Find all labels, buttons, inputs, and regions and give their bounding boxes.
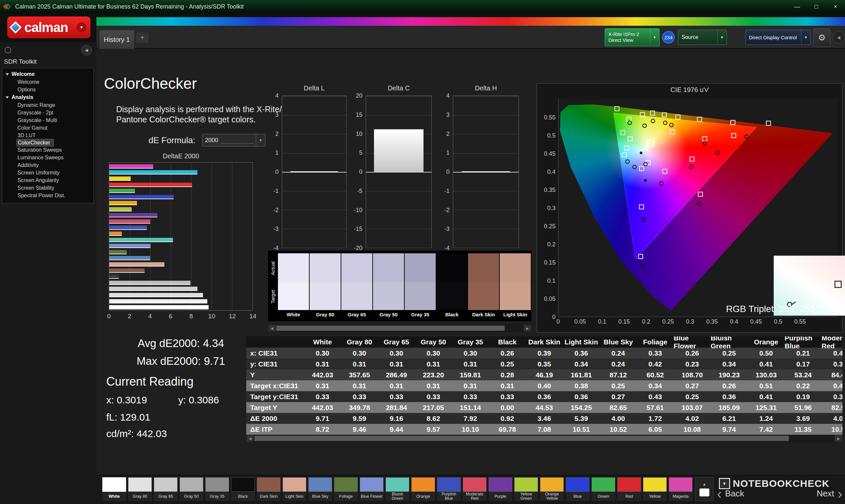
x-tick-label: 12 — [229, 313, 236, 320]
tab-history-1[interactable]: History 1 — [99, 30, 135, 49]
sidebar-item-additivity[interactable]: Additivity — [2, 161, 93, 169]
swatch-purple[interactable]: Purple — [489, 477, 512, 501]
patch-bar-expander[interactable]: ▲ — [695, 477, 714, 501]
swatch-yellow-green[interactable]: Yellow Green — [514, 477, 538, 501]
table-cell: 0.31 — [378, 380, 415, 391]
actual-swatch — [373, 253, 404, 282]
swatch-orange[interactable]: Orange — [411, 477, 435, 501]
sidebar-item-screen-stability[interactable]: Screen Stability — [2, 184, 93, 192]
scroll-left-button[interactable]: ◀ — [247, 435, 254, 442]
add-tab-button[interactable]: + — [136, 32, 148, 43]
swatch-blue-sky[interactable]: Blue Sky — [308, 477, 332, 501]
y-tick-label: -10 — [354, 206, 363, 213]
swatch-green[interactable]: Green — [592, 477, 615, 501]
swatch-white[interactable]: White — [102, 477, 126, 501]
de-formula-dropdown[interactable]: 2000 ▼ — [202, 134, 265, 146]
swatch-gray-50[interactable]: Gray 50 — [179, 477, 203, 501]
table-cell: 4.00 — [822, 413, 842, 424]
source-dropdown[interactable]: Source ▼ — [678, 30, 727, 45]
table-cell: 0.35 — [526, 359, 563, 370]
meter-dropdown[interactable]: X-Rite i1Pro 2 Direct View ▼ — [605, 29, 659, 46]
white-patch-button[interactable] — [700, 488, 709, 497]
table-row-target-x-cie31: Target x:CIE310.310.310.310.310.310.310.… — [246, 380, 842, 391]
swatch-moderate-red[interactable]: Moderate Red — [463, 477, 487, 501]
scroll-thumb[interactable] — [254, 436, 789, 441]
tree-group-welcome[interactable]: Welcome — [2, 70, 93, 78]
table-cell: 44.53 — [526, 402, 563, 413]
patch-strip-scrollbar[interactable]: ◀ ▶ — [268, 325, 531, 332]
sidebar-item-grayscale-multi[interactable]: Grayscale - Multi — [2, 116, 93, 124]
sidebar-item-screen-uniformity[interactable]: Screen Uniformity — [2, 169, 93, 177]
patch-gray-35[interactable]: Gray 35 — [405, 253, 436, 321]
sidebar-item-saturation-sweeps[interactable]: Saturation Sweeps — [2, 146, 93, 154]
scroll-thumb[interactable] — [276, 326, 505, 331]
swatch-dark-skin[interactable]: Dark Skin — [257, 477, 281, 501]
sidebar-item-welcome[interactable]: Welcome — [2, 78, 93, 86]
swatch-foliage[interactable]: Foliage — [334, 477, 358, 501]
panel-collapse-button[interactable]: ◀ — [832, 31, 845, 43]
sidebar-item-grayscale-2pt[interactable]: Grayscale - 2pt — [2, 109, 93, 116]
patch-gray-50[interactable]: Gray 50 — [373, 253, 404, 321]
calman-logo[interactable]: calman ▼ — [7, 17, 90, 38]
y-tick-label: -1 — [444, 187, 450, 194]
table-cell: 7.92 — [452, 413, 489, 424]
swatch-blue-flower[interactable]: Blue Flower — [360, 477, 384, 501]
sidebar-item-spectral-power-dist[interactable]: Spectral Power Dist. — [2, 192, 93, 199]
scroll-right-button[interactable]: ▶ — [524, 325, 531, 331]
patch-white[interactable]: White — [278, 253, 309, 321]
table-cell: 0.00 — [489, 402, 526, 413]
table-scrollbar[interactable]: ◀ ▶ — [246, 435, 842, 442]
scroll-track[interactable] — [276, 325, 524, 331]
swatch-yellow[interactable]: Yellow — [643, 477, 667, 501]
display-control-dropdown[interactable]: Direct Display Control ▼ — [745, 30, 811, 45]
table-row-x-cie31: x: CIE310.300.300.300.300.300.260.390.36… — [246, 348, 842, 359]
scroll-right-button[interactable]: ▶ — [835, 435, 842, 442]
settings-gear-button[interactable]: ⚙ — [813, 29, 830, 47]
swatch-orange-yellow[interactable]: Orange Yellow — [540, 477, 564, 501]
sidebar-item-options[interactable]: Options — [2, 86, 93, 93]
swatch-color — [514, 477, 538, 492]
swatch-magenta[interactable]: Magenta — [669, 477, 692, 501]
swatch-label: White — [102, 492, 126, 501]
sidebar-item-colorchecker[interactable]: ColorChecker — [17, 139, 53, 146]
swatch-red[interactable]: Red — [617, 477, 641, 501]
sidebar-item-3d-lut[interactable]: 3D LUT — [2, 132, 93, 139]
sidebar-item-color-gamut[interactable]: Color Gamut — [2, 124, 93, 132]
sidebar-item-screen-angularity[interactable]: Screen Angularity — [2, 177, 93, 184]
sidebar-item-luminance-sweeps[interactable]: Luminance Sweeps — [2, 154, 93, 161]
swatch-bluish-green[interactable]: Bluish Green — [386, 477, 409, 501]
table-cell: 0.31 — [822, 391, 842, 402]
swatch-light-skin[interactable]: Light Skin — [283, 477, 306, 501]
swatch-purplish-blue[interactable]: Purplish Blue — [437, 477, 461, 501]
tree-group-label: Welcome — [12, 71, 35, 77]
sidebar-collapse-button[interactable]: ◀ — [81, 45, 92, 55]
minimize-button[interactable]: — — [788, 0, 807, 13]
tree-group-analysis[interactable]: Analysis — [2, 93, 93, 101]
x-tick-label: 2 — [128, 313, 131, 320]
patch-gray-80[interactable]: Gray 80 — [310, 253, 341, 321]
next-button[interactable]: Next › — [816, 488, 842, 499]
swatch-black[interactable]: Black — [231, 477, 255, 501]
patch-black[interactable]: Black — [436, 253, 468, 321]
patch-gray-65[interactable]: Gray 65 — [341, 253, 372, 321]
next-chevron-icon: › — [838, 489, 842, 499]
next-label: Next — [816, 488, 834, 499]
meter-badge[interactable]: 234 — [662, 31, 675, 43]
bar-yellow-green — [109, 206, 252, 212]
logo-dropdown-icon[interactable]: ▼ — [76, 22, 87, 32]
bar-purplish-blue — [109, 224, 252, 231]
scroll-left-button[interactable]: ◀ — [268, 325, 276, 331]
close-button[interactable]: × — [826, 0, 845, 13]
back-button[interactable]: ‹ Back — [717, 488, 744, 499]
measurement-marker — [633, 165, 636, 169]
maximize-button[interactable]: □ — [807, 0, 826, 13]
measurement-marker — [689, 165, 693, 169]
scroll-track[interactable] — [254, 435, 835, 442]
patch-dark-skin[interactable]: Dark Skin — [468, 253, 499, 321]
swatch-gray-65[interactable]: Gray 65 — [154, 477, 178, 501]
swatch-blue[interactable]: Blue — [566, 477, 589, 501]
patch-light-skin[interactable]: Light Skin — [500, 253, 531, 321]
swatch-gray-35[interactable]: Gray 35 — [205, 477, 229, 501]
sidebar-item-dynamic-range[interactable]: Dynamic Range — [2, 101, 93, 109]
swatch-gray-80[interactable]: Gray 80 — [128, 477, 152, 501]
